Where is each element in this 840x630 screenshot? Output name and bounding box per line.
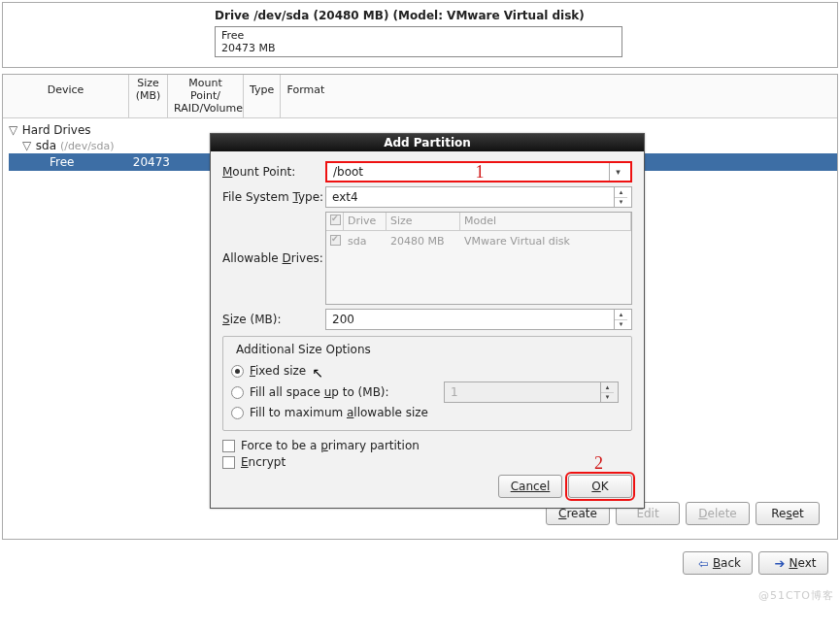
opt-fill-max[interactable]: Fill to maximum allowable size	[231, 406, 623, 419]
allowable-drives-row: Allowable Drives: Drive Size Model sda 2…	[222, 212, 632, 305]
fs-type-row: File System Type: ext4 ▴▾	[222, 186, 632, 208]
ok-button[interactable]: OK	[568, 475, 632, 498]
col-device[interactable]: Device	[3, 75, 129, 117]
col-format[interactable]: Format	[281, 75, 331, 117]
opt-fill-up-to[interactable]: Fill all space up to (MB): 1 ▴▾	[231, 381, 623, 403]
arrow-right-icon: ➔	[775, 556, 786, 571]
radio-icon[interactable]	[231, 407, 244, 419]
size-value: 200	[332, 313, 614, 326]
free-label: Free	[221, 29, 616, 42]
updown-icon[interactable]: ▴▾	[614, 310, 627, 329]
col-type[interactable]: Type	[244, 75, 281, 117]
size-spinner[interactable]: 200 ▴▾	[325, 309, 632, 330]
size-label: Size (MB):	[222, 313, 325, 326]
drive-free-box: Free 20473 MB	[215, 26, 622, 57]
add-partition-dialog: Add Partition Mount Point: /boot 1 ▾ Fil…	[210, 133, 645, 509]
arrow-left-icon: ⇦	[698, 556, 709, 571]
drives-list-row[interactable]: sda 20480 MB VMware Virtual disk	[326, 231, 631, 252]
dialog-title: Add Partition	[211, 134, 644, 151]
mount-point-row: Mount Point: /boot 1 ▾	[222, 161, 632, 182]
cursor-icon: ↖	[312, 365, 323, 381]
checkbox-icon[interactable]	[222, 456, 235, 469]
expander-icon[interactable]: ▽	[22, 139, 32, 152]
back-button[interactable]: ⇦Back	[683, 551, 753, 575]
col-mount[interactable]: Mount Point/ RAID/Volume	[168, 75, 244, 117]
allowable-drives-list[interactable]: Drive Size Model sda 20480 MB VMware Vir…	[325, 212, 632, 305]
drive-summary-panel: Drive /dev/sda (20480 MB) (Model: VMware…	[2, 2, 838, 68]
drives-list-header: Drive Size Model	[326, 213, 631, 231]
wizard-footer: ⇦Back ➔Next	[0, 542, 840, 584]
dialog-actions: 2 Cancel OK	[222, 475, 632, 498]
mount-point-combo[interactable]: /boot 1 ▾	[325, 161, 632, 182]
checkbox-icon[interactable]	[222, 440, 235, 452]
tree-free-label: Free	[9, 155, 129, 169]
opt-fixed-size[interactable]: Fixed size ↖	[231, 363, 623, 379]
mount-point-label: Mount Point:	[222, 165, 325, 179]
updown-icon[interactable]: ▴▾	[614, 187, 627, 207]
reset-button[interactable]: Reset	[756, 502, 820, 525]
free-size: 20473 MB	[221, 42, 616, 54]
expander-icon[interactable]: ▽	[9, 123, 18, 137]
checkbox-icon	[330, 235, 341, 246]
size-options-legend: Additional Size Options	[233, 343, 374, 356]
size-options-fieldset: Additional Size Options Fixed size ↖ Fil…	[222, 336, 632, 431]
radio-icon[interactable]	[231, 365, 244, 378]
mount-point-value: /boot	[333, 165, 458, 179]
delete-button[interactable]: Delete	[686, 502, 750, 525]
partition-table-header: Device Size (MB) Mount Point/ RAID/Volum…	[3, 75, 837, 118]
drive-summary-title: Drive /dev/sda (20480 MB) (Model: VMware…	[215, 9, 827, 22]
size-row: Size (MB): 200 ▴▾	[222, 309, 632, 330]
watermark: @51CTO博客	[758, 588, 834, 603]
tree-free-size: 20473	[129, 155, 176, 169]
annotation-1: 1	[476, 162, 485, 182]
fill-up-to-field: 1 ▴▾	[444, 381, 619, 403]
fs-type-value: ext4	[332, 190, 614, 204]
checkbox-icon	[330, 215, 341, 225]
cancel-button[interactable]: Cancel	[498, 475, 562, 498]
updown-icon: ▴▾	[600, 382, 614, 402]
fs-type-combo[interactable]: ext4 ▴▾	[325, 186, 632, 208]
encrypt-check[interactable]: Encrypt	[222, 455, 632, 469]
chevron-down-icon[interactable]: ▾	[609, 163, 626, 181]
next-button[interactable]: ➔Next	[758, 551, 828, 575]
force-primary-check[interactable]: Force to be a primary partition	[222, 439, 632, 452]
col-size[interactable]: Size (MB)	[129, 75, 168, 117]
fs-type-label: File System Type:	[222, 190, 325, 204]
allowable-drives-label: Allowable Drives:	[222, 251, 325, 265]
radio-icon[interactable]	[231, 386, 244, 399]
